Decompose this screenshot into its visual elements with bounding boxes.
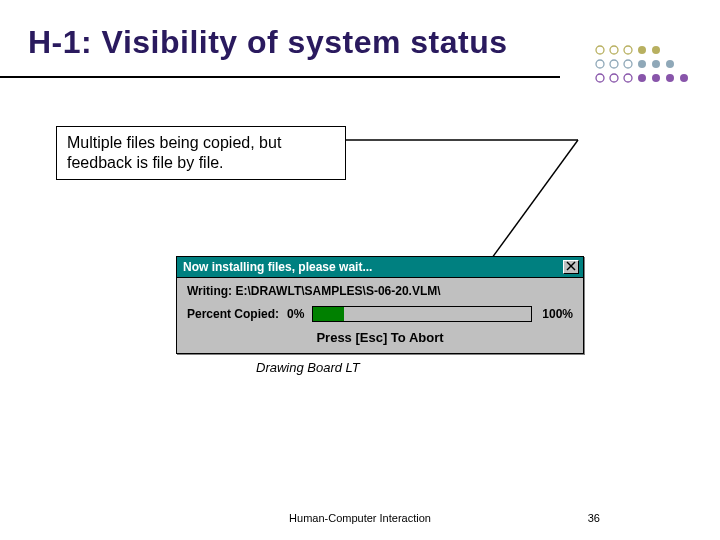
dialog-body: Writing: E:\DRAWLT\SAMPLES\S-06-20.VLM\ …	[177, 278, 583, 353]
page-number: 36	[588, 512, 600, 524]
svg-point-16	[666, 74, 674, 82]
writing-label: Writing:	[187, 284, 232, 298]
progress-bar	[312, 306, 532, 322]
svg-point-5	[596, 60, 604, 68]
slide-title: H-1: Visibility of system status	[28, 24, 508, 61]
svg-point-2	[624, 46, 632, 54]
svg-point-14	[638, 74, 646, 82]
callout-connector	[346, 136, 586, 266]
svg-point-1	[610, 46, 618, 54]
percent-end: 100%	[538, 307, 573, 321]
close-icon	[565, 261, 577, 271]
writing-path: E:\DRAWLT\SAMPLES\S-06-20.VLM\	[235, 284, 440, 298]
svg-point-6	[610, 60, 618, 68]
svg-point-7	[624, 60, 632, 68]
bullet-decoration	[590, 42, 700, 112]
svg-point-15	[652, 74, 660, 82]
figure-caption: Drawing Board LT	[256, 360, 360, 375]
svg-point-4	[652, 46, 660, 54]
percent-label: Percent Copied:	[187, 307, 279, 321]
title-underline	[0, 76, 560, 78]
svg-point-9	[652, 60, 660, 68]
callout-annotation: Multiple files being copied, but feedbac…	[56, 126, 346, 180]
svg-point-0	[596, 46, 604, 54]
svg-point-10	[666, 60, 674, 68]
percent-start: 0%	[285, 307, 306, 321]
progress-fill	[313, 307, 344, 321]
close-button[interactable]	[563, 260, 579, 274]
svg-point-13	[624, 74, 632, 82]
svg-point-17	[680, 74, 688, 82]
dialog-title-text: Now installing files, please wait...	[183, 260, 372, 274]
svg-point-12	[610, 74, 618, 82]
svg-line-19	[489, 140, 578, 262]
percent-row: Percent Copied: 0% 100%	[187, 306, 573, 322]
writing-row: Writing: E:\DRAWLT\SAMPLES\S-06-20.VLM\	[187, 284, 573, 298]
svg-point-11	[596, 74, 604, 82]
install-dialog: Now installing files, please wait... Wri…	[176, 256, 584, 354]
dialog-titlebar: Now installing files, please wait...	[177, 257, 583, 278]
abort-hint: Press [Esc] To Abort	[187, 330, 573, 345]
footer-text: Human-Computer Interaction	[0, 512, 720, 524]
svg-point-3	[638, 46, 646, 54]
svg-point-8	[638, 60, 646, 68]
